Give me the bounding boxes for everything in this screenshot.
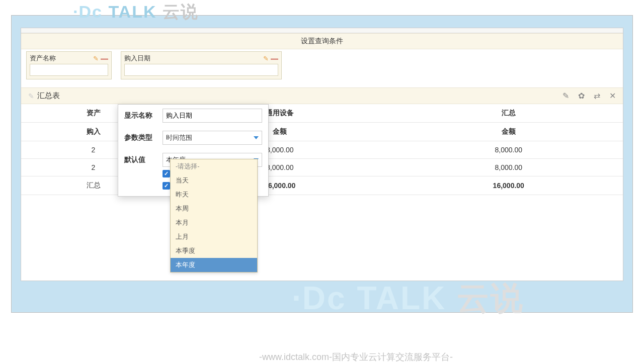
dropdown-option[interactable]: 本季度 <box>171 244 257 258</box>
chevron-down-icon <box>254 136 259 139</box>
swap-icon[interactable]: ⇄ <box>594 91 600 101</box>
filters-row: 资产名称 ✎ — 购入日期 ✎ — <box>21 49 623 81</box>
dropdown-option[interactable]: 本月 <box>171 216 257 230</box>
dropdown-option[interactable]: 当天 <box>171 173 257 188</box>
filter-purchase-date-label: 购入日期 <box>124 54 150 63</box>
col-total: 汇总 <box>394 104 623 123</box>
dropdown-option[interactable]: 本周 <box>171 202 257 216</box>
remove-icon[interactable]: — <box>101 54 108 63</box>
table-sum-row: 汇总 16,000.00 16,000.00 <box>21 176 623 195</box>
blue-panel: 设置查询条件 资产名称 ✎ — 购入日期 <box>12 16 632 312</box>
param-type-value: 时间范围 <box>166 133 192 142</box>
cell: 8,000.00 <box>394 159 623 176</box>
filter-asset-name-input[interactable] <box>30 64 108 76</box>
dropdown-option[interactable]: 昨天 <box>171 188 257 202</box>
check-icon: ✓ <box>163 170 170 177</box>
sum-cell: 16,000.00 <box>394 176 623 195</box>
gear-icon[interactable]: ✿ <box>578 91 585 101</box>
query-conditions-header: 设置查询条件 <box>21 33 623 49</box>
param-type-select[interactable]: 时间范围 <box>163 131 262 145</box>
check-icon: ✓ <box>163 182 170 190</box>
filter-purchase-date-input[interactable] <box>124 64 278 76</box>
edit-summary-icon[interactable]: ✎ <box>28 92 34 100</box>
filter-asset-name-label: 资产名称 <box>30 54 56 63</box>
tab-shelf <box>21 28 623 33</box>
dropdown-option-selected[interactable]: 本年度 <box>171 258 257 272</box>
dropdown-option-placeholder[interactable]: -请选择- <box>171 159 257 173</box>
summary-bar: ✎ 汇总表 ✎ ✿ ⇄ ✕ <box>21 87 623 104</box>
watermark-url-bottom: -www.idctalk.com-国内专业云计算交流服务平台- <box>259 351 453 362</box>
default-label: 默认值 <box>124 155 155 164</box>
display-name-input[interactable] <box>163 109 262 123</box>
filter-purchase-date: 购入日期 ✎ — <box>121 51 282 79</box>
summary-title-text: 汇总表 <box>37 91 60 101</box>
close-icon[interactable]: ✕ <box>609 91 616 101</box>
param-type-label: 参数类型 <box>124 133 155 142</box>
col-amount-2: 金额 <box>394 123 623 141</box>
edit-icon[interactable]: ✎ <box>93 55 99 62</box>
filter-asset-name: 资产名称 ✎ — <box>26 51 112 79</box>
table-row: 2 8,000.00 8,000.00 <box>21 141 623 159</box>
app-frame: 设置查询条件 资产名称 ✎ — 购入日期 <box>11 15 633 313</box>
edit-icon[interactable]: ✎ <box>263 55 269 62</box>
edit-icon[interactable]: ✎ <box>562 91 569 101</box>
cell: 8,000.00 <box>394 141 623 159</box>
default-value-dropdown: -请选择- 当天 昨天 本周 本月 上月 本季度 本年度 <box>170 159 258 273</box>
content-frame: 设置查询条件 资产名称 ✎ — 购入日期 <box>21 28 623 281</box>
table-row: 2 8,000.00 8,000.00 <box>21 159 623 176</box>
display-name-label: 显示名称 <box>124 111 155 120</box>
remove-icon[interactable]: — <box>271 54 278 63</box>
dropdown-option[interactable]: 上月 <box>171 230 257 244</box>
summary-table: 资产 通用设备 汇总 购入 金额 金额 2 8,000.00 8,000.00 … <box>21 104 623 195</box>
